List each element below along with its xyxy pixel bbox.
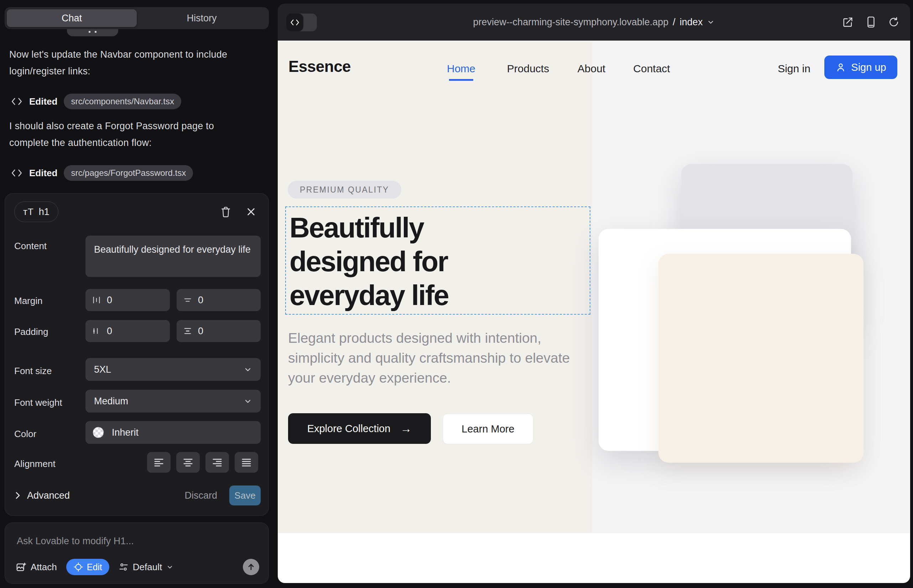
preview-browser-window: preview--charming-site-symphony.lovable.…	[278, 3, 910, 583]
nav-link-contact[interactable]: Contact	[633, 63, 670, 75]
file-chip[interactable]: src/pages/ForgotPassword.tsx	[64, 165, 193, 181]
margin-x-icon	[92, 296, 101, 305]
padding-y-value: 0	[198, 326, 203, 337]
nav-link-about[interactable]: About	[578, 63, 605, 75]
margin-y-icon	[183, 296, 192, 305]
edited-label: Edited	[29, 96, 57, 107]
sign-up-label: Sign up	[851, 61, 886, 73]
font-size-value: 5XL	[94, 364, 111, 375]
align-left-button[interactable]	[147, 452, 170, 473]
hero-heading[interactable]: Beautifully designed for everyday life	[290, 211, 448, 312]
attach-button[interactable]: Attach	[16, 562, 57, 573]
chevron-down-icon	[166, 564, 173, 570]
edited-file-row[interactable]: Edited src/pages/ForgotPassword.tsx	[11, 165, 193, 181]
typography-icon: тT	[23, 207, 34, 218]
chevron-right-icon	[14, 491, 21, 500]
margin-y-input[interactable]: 0	[176, 289, 261, 311]
font-size-label: Font size	[14, 365, 52, 376]
element-tag-label: h1	[39, 207, 50, 218]
padding-x-icon	[92, 326, 101, 336]
chat-message: I should also create a Forgot Password p…	[9, 118, 244, 151]
default-mode-dropdown[interactable]: Default	[118, 562, 173, 573]
margin-x-input[interactable]: 0	[86, 289, 170, 311]
selected-element-badge: тT h1	[14, 202, 58, 222]
align-center-button[interactable]	[176, 452, 200, 473]
padding-y-input[interactable]: 0	[176, 320, 261, 342]
chevron-down-icon	[244, 397, 252, 405]
padding-x-input[interactable]: 0	[86, 320, 170, 342]
align-left-icon	[154, 458, 164, 467]
user-icon	[835, 62, 846, 73]
attach-label: Attach	[31, 562, 57, 573]
delete-element-button[interactable]	[218, 204, 234, 220]
font-size-select[interactable]: 5XL	[86, 358, 261, 381]
browser-toolbar: preview--charming-site-symphony.lovable.…	[278, 3, 910, 40]
align-right-icon	[212, 458, 223, 467]
chevron-down-icon	[244, 365, 252, 374]
margin-label: Margin	[14, 296, 42, 307]
margin-x-value: 0	[107, 295, 112, 306]
site-preview-viewport: Essence Home Products About Contact Sign…	[278, 40, 910, 583]
mobile-view-icon[interactable]	[865, 16, 877, 28]
margin-y-value: 0	[198, 295, 203, 306]
chevron-down-icon	[707, 18, 715, 26]
close-panel-button[interactable]	[243, 204, 259, 220]
edited-label: Edited	[29, 168, 57, 179]
content-label: Content	[14, 241, 47, 252]
hero-heading-line: designed for	[290, 244, 448, 278]
chat-history-tabbar: Chat History	[5, 7, 269, 29]
content-input[interactable]: Beautifully designed for everyday life	[86, 236, 261, 277]
padding-x-value: 0	[107, 326, 112, 337]
align-center-icon	[183, 458, 193, 467]
scrolled-status-pill	[67, 29, 118, 36]
padding-label: Padding	[14, 326, 48, 338]
save-button[interactable]: Save	[229, 486, 261, 506]
chat-composer[interactable]: Ask Lovable to modify H1... Attach Edit …	[5, 522, 269, 584]
code-icon	[11, 96, 23, 107]
hero-heading-line: Beautifully	[290, 211, 448, 244]
composer-placeholder: Ask Lovable to modify H1...	[17, 536, 134, 547]
learn-more-button[interactable]: Learn More	[443, 414, 533, 444]
explore-collection-button[interactable]: Explore Collection →	[288, 413, 431, 444]
color-swatch	[92, 427, 104, 438]
trash-icon	[220, 206, 231, 218]
discard-button[interactable]: Discard	[185, 490, 217, 501]
color-value: Inherit	[112, 427, 139, 438]
url-separator: /	[673, 17, 675, 28]
color-select[interactable]: Inherit	[86, 421, 261, 444]
font-weight-select[interactable]: Medium	[86, 390, 261, 412]
attach-image-icon	[16, 562, 26, 572]
open-external-icon[interactable]	[842, 16, 854, 28]
nav-link-home[interactable]: Home	[447, 63, 475, 75]
sign-up-button[interactable]: Sign up	[824, 55, 897, 79]
nav-link-products[interactable]: Products	[507, 63, 549, 75]
send-button[interactable]	[243, 559, 259, 575]
explore-collection-label: Explore Collection	[307, 423, 391, 435]
element-editor-panel: тT h1 Content Beautifully designed for e…	[5, 193, 269, 516]
file-chip[interactable]: src/components/Navbar.tsx	[64, 94, 181, 109]
code-icon	[11, 168, 23, 178]
target-icon	[73, 562, 83, 572]
tab-history[interactable]: History	[137, 9, 267, 27]
font-weight-value: Medium	[94, 396, 128, 407]
premium-quality-badge: PREMIUM QUALITY	[288, 181, 401, 199]
arrow-up-icon	[247, 563, 255, 571]
advanced-toggle[interactable]: Advanced	[14, 490, 70, 501]
padding-y-icon	[183, 326, 192, 336]
edited-file-row[interactable]: Edited src/components/Navbar.tsx	[11, 93, 181, 110]
chat-message: Now let's update the Navbar component to…	[9, 46, 244, 80]
url-breadcrumb[interactable]: preview--charming-site-symphony.lovable.…	[278, 3, 910, 40]
sliders-icon	[118, 562, 129, 572]
edit-label: Edit	[87, 562, 102, 572]
edit-mode-button[interactable]: Edit	[66, 559, 109, 575]
refresh-icon[interactable]	[888, 16, 900, 28]
font-weight-label: Font weight	[14, 397, 62, 408]
site-logo[interactable]: Essence	[288, 58, 351, 76]
align-justify-button[interactable]	[235, 452, 258, 473]
decorative-card-beige	[659, 254, 863, 463]
color-label: Color	[14, 428, 36, 439]
tab-chat[interactable]: Chat	[7, 9, 137, 27]
align-right-button[interactable]	[206, 452, 229, 473]
hero-description: Elegant products designed with intention…	[288, 328, 576, 388]
sign-in-link[interactable]: Sign in	[778, 63, 811, 75]
